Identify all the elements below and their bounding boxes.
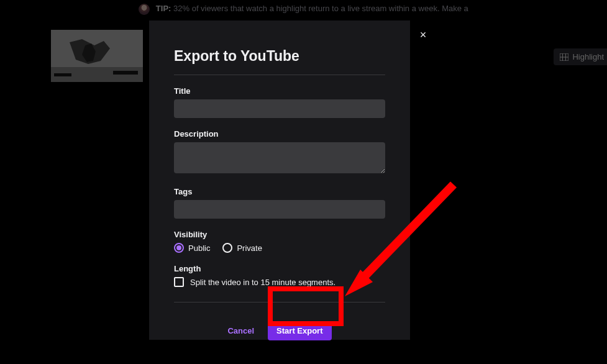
description-input[interactable]: [174, 142, 385, 173]
divider: [174, 75, 385, 75]
radio-unchecked-icon: [222, 243, 232, 253]
length-group: Length Split the video in to 15 minute s…: [174, 264, 385, 287]
tags-group: Tags: [174, 187, 385, 219]
visibility-private-radio[interactable]: Private: [222, 243, 262, 253]
close-icon: ×: [420, 29, 427, 42]
title-input[interactable]: [174, 99, 385, 118]
split-checkbox-row[interactable]: Split the video in to 15 minute segments…: [174, 277, 385, 287]
export-modal: Export to YouTube Title Description Tags…: [149, 20, 410, 340]
start-export-button[interactable]: Start Export: [268, 321, 331, 340]
split-label: Split the video in to 15 minute segments…: [190, 278, 335, 287]
private-label: Private: [237, 243, 262, 253]
visibility-public-radio[interactable]: Public: [174, 243, 210, 253]
tags-input[interactable]: [174, 200, 385, 219]
visibility-group: Visibility Public Private: [174, 230, 385, 253]
checkbox-unchecked-icon: [174, 277, 184, 287]
title-group: Title: [174, 86, 385, 118]
modal-footer: Cancel Start Export: [174, 302, 385, 340]
modal-title: Export to YouTube: [174, 48, 385, 65]
length-label: Length: [174, 264, 385, 273]
description-label: Description: [174, 129, 385, 139]
close-button[interactable]: ×: [417, 29, 429, 41]
tags-label: Tags: [174, 187, 385, 196]
cancel-button[interactable]: Cancel: [227, 326, 254, 335]
title-label: Title: [174, 86, 385, 96]
radio-checked-icon: [174, 243, 184, 253]
public-label: Public: [188, 243, 210, 253]
description-group: Description: [174, 129, 385, 176]
visibility-label: Visibility: [174, 230, 385, 239]
